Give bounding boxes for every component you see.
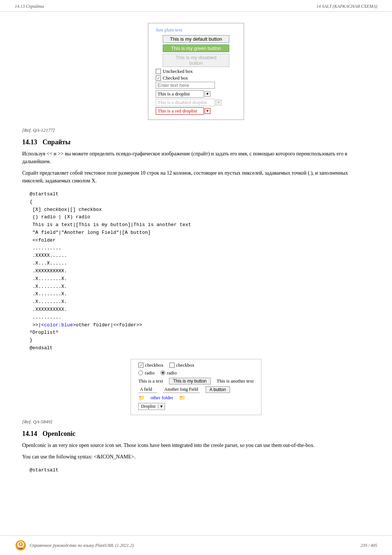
a-field-input[interactable]: A field	[138, 386, 157, 393]
code-line-3: [X] checkbox|[] checkbox	[30, 206, 370, 214]
unchecked-checkbox: checkbox	[169, 362, 195, 368]
code-line-13: .X........X.	[30, 283, 370, 291]
ref-qa-12177: [Ref. QA-12177]	[22, 127, 370, 133]
result-droplist-arrow-icon[interactable]: ▼	[158, 404, 165, 409]
header-left: 14.13 Спрайты	[15, 4, 44, 9]
section-title: Спрайты	[43, 138, 71, 146]
checked-radio: radio	[160, 370, 177, 376]
red-droplist-label: This is a red droplist	[156, 107, 204, 115]
code-line-4: () radio | (X) radio	[30, 213, 370, 221]
page-number: 239 / 405	[361, 543, 377, 548]
code-line-7: <<folder	[30, 237, 370, 245]
droplist-label: This is a droplist	[156, 90, 204, 98]
checked-checkbox: ✓ checkbox	[138, 362, 163, 368]
unchecked-radio-icon[interactable]	[138, 370, 143, 375]
section2-para2: You can use the following syntax: <&ICON…	[22, 453, 370, 461]
checked-radio-icon[interactable]	[160, 370, 165, 375]
section-para2: Спрайт представляет собой текстовое поле…	[22, 169, 370, 185]
section-14-14-heading: 14.14 OpenIconic	[22, 430, 370, 438]
my-button[interactable]: This is my button	[169, 378, 211, 384]
code-line-10: .X...X......	[30, 260, 370, 268]
checked-box-row: ✓ Checked box	[156, 75, 236, 81]
another-text: This is another text	[217, 378, 254, 384]
another-field-input[interactable]: Another long Field	[163, 386, 199, 393]
unchecked-box-label: Unchecked box	[163, 68, 193, 74]
footer-text: Справочное руководство по языку PlantUML…	[30, 543, 134, 548]
unchecked-cb-label: checkbox	[176, 362, 195, 368]
disabled-droplist-row: This is a disabled droplist ▼	[156, 99, 236, 106]
unchecked-radio-label: radio	[145, 370, 155, 376]
red-droplist-arrow-icon[interactable]: ▼	[205, 108, 210, 114]
code-line-9: .XXXXX......	[30, 252, 370, 260]
code-line-8: ..........	[30, 245, 370, 252]
section2-para1: OpenIconic is an very nice open source i…	[22, 441, 370, 449]
default-button[interactable]: This is my default button	[163, 35, 229, 43]
unchecked-box-row: Unchecked box	[156, 68, 236, 74]
section-14-14-title: OpenIconic	[43, 430, 75, 437]
code-line-17: ..........	[30, 314, 370, 322]
salt-result: ✓ checkbox checkbox radio radio	[22, 359, 370, 415]
code-line-16: .XXXXXXXXXX.	[30, 306, 370, 314]
result-checkbox-row: ✓ checkbox checkbox	[138, 362, 254, 368]
code-line-5: This is a text|[This is my button]|This …	[30, 221, 370, 229]
code-line-21: @endsalt	[30, 344, 370, 352]
plain-text-label: Just plain text	[156, 27, 236, 33]
folder-right-icon: 📁	[179, 395, 185, 401]
code-line-18: >>|<color:blue>other folder|<<folder>>	[30, 322, 370, 329]
result-text-btn-row: This is a text This is my button This is…	[138, 378, 254, 384]
droplist-row: This is a droplist ▼	[156, 90, 236, 98]
red-droplist-row: This is a red droplist ▼	[156, 107, 236, 115]
salt-demo-center: Just plain text This is my default butto…	[22, 19, 370, 124]
footer-logo-area: P Справочное руководство по языку PlantU…	[15, 539, 134, 551]
result-droplist[interactable]: Droplist ▼	[138, 403, 165, 410]
plantuml-logo-icon: P	[15, 539, 27, 551]
checked-cb-label: checkbox	[145, 362, 163, 368]
content-area: Just plain text This is my default butto…	[0, 12, 392, 488]
header-right: 14 SALT (КАРКАСНАЯ СХЕМА)	[316, 4, 377, 9]
page-header: 14.13 Спрайты 14 SALT (КАРКАСНАЯ СХЕМА)	[0, 0, 392, 12]
code-line-14: .X........X.	[30, 290, 370, 298]
code-line-19: ^Droplist^	[30, 329, 370, 337]
disabled-button: This is my disabled button	[163, 54, 229, 67]
disabled-droplist-arrow-icon: ▼	[216, 100, 222, 105]
salt-result-inner: ✓ checkbox checkbox radio radio	[131, 359, 261, 415]
section-para1: Используя << и >> вы можете определить п…	[22, 150, 370, 165]
code-line-11: .XXXXXXXXXX.	[30, 268, 370, 275]
text-input[interactable]	[156, 82, 215, 89]
checkbox-unchecked-icon[interactable]	[156, 69, 161, 74]
code-line-15: .X........X.	[30, 298, 370, 306]
section-14-13-heading: 14.13 Спрайты	[22, 138, 370, 146]
code-block: @startsalt { [X] checkbox|[] checkbox ()…	[22, 188, 370, 354]
unchecked-radio: radio	[138, 370, 155, 376]
other-folder-label: other folder	[151, 395, 173, 401]
result-droplist-row: Droplist ▼	[138, 403, 254, 410]
code-line-20: }	[30, 337, 370, 344]
text-label: This is a text	[138, 378, 163, 384]
checked-cb-icon[interactable]: ✓	[138, 363, 143, 368]
checkbox-checked-icon[interactable]: ✓	[156, 75, 161, 81]
result-fields-row: A field Another long Field A button	[138, 386, 254, 393]
page-footer: P Справочное руководство по языку PlantU…	[0, 535, 392, 555]
checked-box-label: Checked box	[163, 75, 188, 81]
result-radio-row: radio radio	[138, 370, 254, 376]
unchecked-cb-icon[interactable]	[169, 363, 175, 368]
result-droplist-label: Droplist	[139, 403, 158, 410]
checked-radio-label: radio	[167, 370, 177, 376]
section-14-14-number: 14.14	[22, 430, 37, 437]
ref-qa-5849: [Ref. QA-5849]	[22, 419, 370, 425]
code-line-12: .X........X.	[30, 275, 370, 283]
code2-line-1: @startsalt	[30, 467, 370, 474]
green-button[interactable]: This is my green button	[163, 44, 229, 52]
salt-demo-box: Just plain text This is my default butto…	[148, 23, 244, 120]
another-field-label: Another long Field	[164, 387, 198, 392]
droplist-arrow-icon[interactable]: ▼	[205, 91, 210, 97]
section-number: 14.13	[22, 138, 37, 146]
section2-code-start: @startsalt	[22, 464, 370, 477]
code-line-6: "A field"|"Another long Field"|[A button…	[30, 229, 370, 237]
code-line-2: {	[30, 198, 370, 206]
svg-rect-3	[18, 548, 23, 549]
a-button[interactable]: A button	[206, 386, 230, 393]
svg-text:P: P	[20, 543, 22, 546]
result-folder-row: 📁 other folder 📁	[138, 395, 254, 401]
disabled-droplist-label: This is a disabled droplist	[156, 99, 215, 106]
